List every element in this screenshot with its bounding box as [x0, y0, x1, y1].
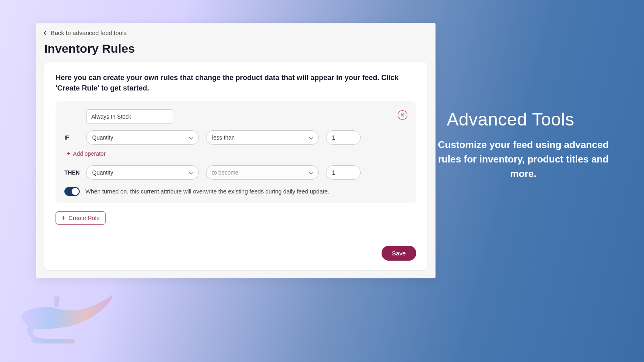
- save-row: Save: [56, 235, 416, 261]
- chevron-left-icon: [43, 31, 48, 35]
- genie-lamp-icon: [12, 290, 114, 346]
- add-operator-button[interactable]: + Add operator: [64, 145, 407, 161]
- plus-icon: +: [67, 150, 70, 157]
- rule-block: ✕ IF Quantity less than + Add operator: [56, 101, 416, 203]
- create-rule-button[interactable]: + Create Rule: [56, 211, 106, 225]
- promo-subtitle: Customize your feed using advanced rules…: [437, 138, 610, 181]
- back-link-label: Back to advanced feed tools: [51, 29, 126, 36]
- then-label: THEN: [64, 169, 79, 176]
- save-button[interactable]: Save: [382, 246, 416, 261]
- create-rule-label: Create Rule: [68, 215, 99, 221]
- overwrite-toggle-label: When turned on, this current attribute w…: [85, 188, 329, 195]
- close-icon: ✕: [400, 112, 405, 118]
- if-condition-row: IF Quantity less than: [64, 130, 407, 145]
- chevron-down-icon: [309, 135, 313, 139]
- then-action-row: THEN Quantity to become: [64, 165, 407, 180]
- delete-rule-button[interactable]: ✕: [398, 110, 407, 120]
- if-value-input[interactable]: [326, 130, 361, 145]
- if-field-value: Quantity: [92, 134, 113, 141]
- rules-card: Here you can create your own rules that …: [44, 62, 427, 270]
- back-link[interactable]: Back to advanced feed tools: [36, 23, 436, 39]
- app-window: Back to advanced feed tools Inventory Ru…: [36, 23, 436, 278]
- then-operator-value: to become: [212, 169, 238, 176]
- chevron-down-icon: [309, 170, 313, 174]
- promo-title: Advanced Tools: [447, 109, 574, 130]
- if-label: IF: [64, 134, 79, 141]
- add-operator-label: Add operator: [73, 150, 105, 157]
- if-operator-value: less than: [212, 134, 235, 141]
- chevron-down-icon: [189, 135, 193, 139]
- card-description: Here you can create your own rules that …: [56, 72, 416, 93]
- rule-name-input[interactable]: [86, 109, 173, 124]
- if-field-select[interactable]: Quantity: [86, 130, 199, 145]
- overwrite-toggle[interactable]: [64, 187, 80, 196]
- toggle-knob: [72, 188, 79, 195]
- then-value-input[interactable]: [326, 165, 361, 180]
- then-field-value: Quantity: [92, 169, 113, 176]
- then-operator-select[interactable]: to become: [206, 165, 319, 180]
- plus-icon: +: [62, 215, 65, 221]
- svg-rect-1: [54, 300, 59, 307]
- overwrite-toggle-row: When turned on, this current attribute w…: [64, 187, 407, 196]
- then-field-select[interactable]: Quantity: [86, 165, 199, 180]
- page-title: Inventory Rules: [36, 39, 436, 62]
- if-operator-select[interactable]: less than: [206, 130, 319, 145]
- chevron-down-icon: [189, 170, 193, 174]
